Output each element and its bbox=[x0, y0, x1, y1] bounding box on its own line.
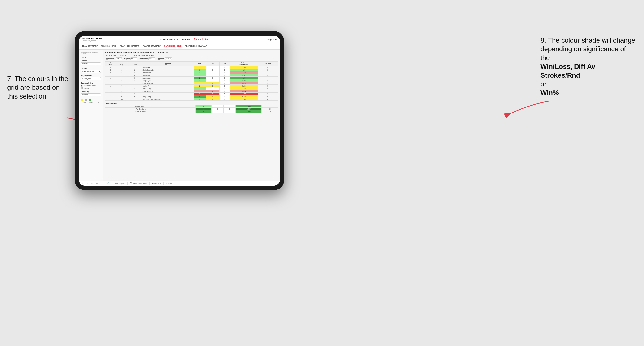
opponents-filter-wrap: (All) bbox=[116, 57, 122, 60]
table-row: 5 2 2 Alexis Sudjianto 1 0 0 4.00 3 bbox=[105, 69, 278, 71]
sign-out-link[interactable]: Sign out bbox=[267, 38, 277, 41]
sub-nav-player-summary[interactable]: PLAYER SUMMARY bbox=[143, 44, 161, 48]
cell-diff: -1.00 bbox=[230, 71, 258, 74]
cell-reg: 5 bbox=[116, 79, 128, 82]
sidebar-player-rank-select[interactable]: 8. Katelyn Vo bbox=[81, 77, 101, 80]
cell-reg: 1 bbox=[116, 74, 128, 77]
back-btn[interactable]: ↩ bbox=[90, 182, 94, 185]
nav-link-committee[interactable]: COMMITTEE bbox=[194, 38, 208, 41]
cell-rounds: 2 bbox=[258, 82, 278, 85]
cell-loss: 0 bbox=[206, 71, 220, 74]
ood-cell-empty2 bbox=[115, 108, 124, 110]
cell-loss: 0 bbox=[206, 69, 220, 71]
nav-links: TOURNAMENTS TEAMS COMMITTEE bbox=[160, 38, 208, 41]
sidebar-gender-select[interactable]: Women's bbox=[81, 62, 101, 65]
cell-tie: 0 bbox=[220, 69, 230, 71]
cell-loss: 1 bbox=[206, 95, 220, 98]
main-content: Last Updated: 27/03/2024 16:55:38 Player… bbox=[79, 49, 280, 181]
cell-div: 9 bbox=[105, 74, 116, 77]
dot-down bbox=[81, 99, 83, 101]
undo-btn[interactable]: ↩ bbox=[81, 182, 84, 185]
cell-reg: 7 bbox=[116, 85, 128, 87]
colour-by-select[interactable]: Win/loss bbox=[81, 93, 101, 96]
sidebar-division-label: Division bbox=[81, 67, 101, 69]
cell-conf: 6 bbox=[128, 95, 142, 98]
cell-tie: 0 bbox=[220, 98, 230, 101]
colour-labels: Down Level Up bbox=[81, 102, 101, 103]
cell-opponent: Sharon Mun bbox=[142, 74, 194, 77]
cell-tie: 0 bbox=[220, 77, 230, 79]
ood-cell-empty2 bbox=[115, 105, 124, 108]
cell-tie: 0 bbox=[220, 79, 230, 82]
toolbar-divider-3 bbox=[127, 182, 128, 185]
colour-by-label: Colour by bbox=[81, 91, 101, 93]
cell-div: 18 bbox=[105, 93, 116, 95]
cell-reg: 2 bbox=[116, 69, 128, 71]
sub-nav-team-h2h-grid[interactable]: TEAM H2H GRID bbox=[101, 44, 116, 48]
cell-rounds bbox=[258, 71, 278, 74]
toolbar-divider-4 bbox=[149, 182, 150, 185]
sub-nav-player-h2h-heatmap[interactable]: PLAYER H2H HEATMAP bbox=[185, 44, 207, 48]
radio-top100[interactable]: Top 100 bbox=[81, 87, 101, 89]
sub-nav-player-h2h-grid[interactable]: PLAYER H2H GRID bbox=[164, 44, 182, 48]
colour-by-section: Colour by Win/loss bbox=[81, 91, 101, 96]
nav-link-tournaments[interactable]: TOURNAMENTS bbox=[160, 38, 178, 41]
cell-conf: 3 bbox=[128, 77, 142, 79]
logo-sub: Powered by clippd bbox=[82, 40, 103, 42]
watch-btn[interactable]: 👁 Watch ▼ bbox=[151, 182, 162, 185]
radio-opponents-played[interactable]: Opponents Played bbox=[81, 85, 101, 87]
ood-cell-empty3 bbox=[124, 105, 134, 108]
cell-rounds: 6 bbox=[258, 98, 278, 101]
opponents-filter-select[interactable]: (All) bbox=[116, 57, 122, 60]
cell-opponent: Sydney Kuo bbox=[142, 71, 194, 74]
ood-cell-win: 5 bbox=[196, 110, 212, 113]
opponent-filter-select[interactable]: (All) bbox=[165, 57, 172, 60]
ood-cell-empty1 bbox=[105, 108, 115, 110]
save-custom-btn[interactable]: 💾 Save Custom View bbox=[129, 182, 148, 185]
sidebar-player-rank-wrap: 8. Katelyn Vo bbox=[81, 77, 101, 80]
nav-link-teams[interactable]: TEAMS bbox=[182, 38, 190, 41]
cell-reg: 11 bbox=[116, 98, 128, 101]
cut-btn[interactable]: ✂ bbox=[100, 182, 103, 185]
cell-opponent: Federica Domecq Lacroze bbox=[142, 98, 194, 101]
ood-table-row: NAIA Division 1 15 0 0 9.267 30 bbox=[105, 108, 278, 110]
sub-nav-team-summary[interactable]: TEAM SUMMARY bbox=[82, 44, 98, 48]
table-row: 13 1 1 Jessica Huang 1 1 0 -3.00 2 bbox=[105, 82, 278, 85]
share-btn[interactable]: ⤴ Share bbox=[165, 182, 173, 185]
redo-btn[interactable]: ↩ bbox=[86, 182, 89, 185]
cell-win: 1 bbox=[194, 90, 206, 93]
filters-row: Opponents: (All) Region (All) bbox=[105, 57, 278, 60]
conference-filter-select[interactable]: (All) bbox=[148, 57, 155, 60]
opponent-label: Opponent bbox=[157, 58, 164, 60]
tablet-screen: SCOREBOARD Powered by clippd TOURNAMENTS… bbox=[79, 36, 280, 186]
ood-cell-name: Foreign Team bbox=[134, 105, 196, 108]
colour-legend: Down Level Up bbox=[81, 99, 101, 103]
sidebar-division-select[interactable]: NCAA Division III bbox=[81, 70, 101, 73]
col-header-tie: Tie bbox=[220, 62, 230, 66]
cell-div: 16 bbox=[105, 90, 116, 93]
sidebar-gender-label: Gender bbox=[81, 60, 101, 62]
cell-rounds: 3 bbox=[258, 74, 278, 77]
cell-opponent: Alexis Sudjianto bbox=[142, 69, 194, 71]
conference-label: Conference bbox=[139, 58, 148, 60]
sub-nav-team-h2h-heatmap[interactable]: TEAM H2H HEATMAP bbox=[120, 44, 140, 48]
cell-rounds: 2 bbox=[258, 93, 278, 95]
clock-btn[interactable]: 🕐 bbox=[106, 182, 110, 185]
table-row: 19 10 6 Emily Chang 4 1 0 0.30 11 bbox=[105, 95, 278, 98]
cell-opponent: Stella Cheng bbox=[142, 87, 194, 90]
cell-diff: 1.25 bbox=[230, 87, 258, 90]
cell-loss: 2 bbox=[206, 85, 220, 87]
bottom-toolbar: ↩ ↩ ↩ ⧉ ✂ 🕐 View: Original 💾 Save Custom… bbox=[79, 181, 280, 186]
col-header-reg: #Reg bbox=[116, 62, 128, 66]
opponent-filter-group: Opponent (All) bbox=[157, 57, 172, 60]
col-header-opponent: Opponent bbox=[142, 62, 194, 66]
ood-table-row: Foreign Team 1 0 0 4.500 2 bbox=[105, 105, 278, 108]
region-filter-select[interactable]: (All) bbox=[130, 57, 137, 60]
division-record-label: Division Record: 331 - 34 - 6 bbox=[133, 54, 154, 56]
view-original-btn[interactable]: View: Original bbox=[114, 182, 126, 185]
region-filter-wrap: (All) bbox=[130, 57, 137, 60]
conference-filter-group: Conference (All) bbox=[139, 57, 155, 60]
annotation-right: 8. The colour shade will change dependin… bbox=[540, 36, 637, 97]
cell-diff: -0.94 bbox=[230, 90, 258, 93]
copy-btn[interactable]: ⧉ bbox=[95, 182, 98, 185]
